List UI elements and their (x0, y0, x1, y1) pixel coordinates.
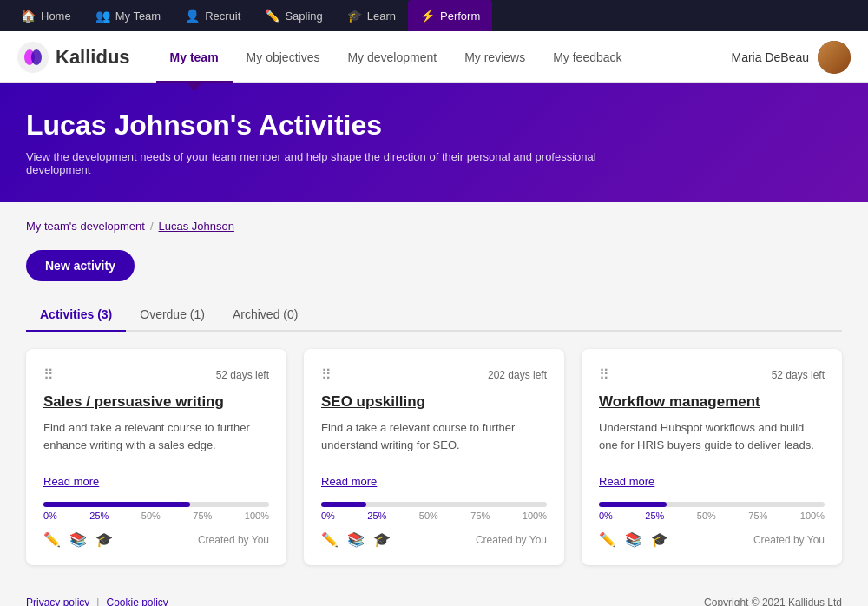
activity-card-1: ⠿ 52 days left Sales / persuasive writin… (26, 349, 286, 565)
days-left-3: 52 days left (772, 369, 825, 381)
breadcrumb-current[interactable]: Lucas Johnson (159, 220, 234, 233)
nav-recruit[interactable]: 👤 Recruit (173, 0, 253, 31)
kallidus-logo (17, 42, 49, 73)
edit-icon-3[interactable]: ✏️ (599, 531, 616, 548)
created-by-2: Created by You (476, 534, 547, 546)
edit-icon-2[interactable]: ✏️ (321, 531, 339, 548)
sapling-icon: ✏️ (265, 9, 279, 23)
learn-icon: 🎓 (347, 9, 362, 23)
nav-link-myobjectives[interactable]: My objectives (233, 31, 334, 83)
progress-track-2 (321, 502, 547, 507)
nav-home[interactable]: 🏠 Home (9, 0, 83, 31)
svg-point-2 (31, 49, 42, 65)
graduation-icon-1[interactable]: 🎓 (95, 531, 113, 548)
progress-fill-3 (599, 502, 667, 507)
new-activity-button[interactable]: New activity (26, 250, 135, 281)
card-header-1: ⠿ 52 days left (43, 366, 269, 383)
activity-card-2: ⠿ 202 days left SEO upskilling Find a ta… (304, 349, 564, 565)
created-by-3: Created by You (753, 534, 825, 546)
cookie-link[interactable]: Cookie policy (106, 596, 168, 606)
stack-icon-3[interactable]: 📚 (625, 531, 642, 548)
hero-subtitle: View the development needs of your team … (26, 150, 634, 176)
team-icon: 👥 (95, 9, 110, 23)
logo-text: Kallidus (56, 46, 130, 69)
nav-myteam[interactable]: 👥 My Team (83, 0, 174, 31)
card-header-2: ⠿ 202 days left (321, 366, 547, 383)
card-icons-1: ✏️ 📚 🎓 (43, 531, 113, 548)
nav-sapling[interactable]: ✏️ Sapling (253, 0, 334, 31)
top-navigation: 🏠 Home 👥 My Team 👤 Recruit ✏️ Sapling 🎓 … (0, 0, 868, 31)
nav-perform[interactable]: ⚡ Perform (408, 0, 492, 31)
card-desc-2: Find a take a relevant course to further… (321, 419, 547, 464)
days-left-1: 52 days left (216, 369, 269, 381)
tab-activities[interactable]: Activities (3) (26, 299, 126, 332)
progress-container-3: 0% 25% 50% 75% 100% (599, 502, 825, 521)
nav-link-myfeedback[interactable]: My feedback (539, 31, 635, 83)
nav-link-myteam[interactable]: My team (156, 31, 233, 83)
privacy-link[interactable]: Privacy policy (26, 596, 89, 606)
card-footer-1: ✏️ 📚 🎓 Created by You (43, 531, 269, 548)
progress-container-2: 0% 25% 50% 75% 100% (321, 502, 547, 521)
nav-link-myreviews[interactable]: My reviews (450, 31, 539, 83)
drag-handle-2[interactable]: ⠿ (321, 366, 332, 383)
cards-grid: ⠿ 52 days left Sales / persuasive writin… (26, 349, 842, 565)
avatar[interactable] (818, 41, 851, 74)
main-content: My team's development / Lucas Johnson Ne… (0, 202, 868, 583)
stack-icon-1[interactable]: 📚 (69, 531, 87, 548)
logo-area: Kallidus (17, 42, 130, 73)
secondary-nav-links: My team My objectives My development My … (156, 31, 732, 83)
card-title-3[interactable]: Workflow management (599, 393, 825, 411)
drag-handle-1[interactable]: ⠿ (43, 366, 54, 383)
breadcrumb-separator: / (150, 220, 154, 233)
stack-icon-2[interactable]: 📚 (347, 531, 365, 548)
card-footer-2: ✏️ 📚 🎓 Created by You (321, 531, 547, 548)
tab-archived[interactable]: Archived (0) (219, 299, 312, 332)
activity-tabs: Activities (3) Overdue (1) Archived (0) (26, 299, 842, 332)
edit-icon-1[interactable]: ✏️ (43, 531, 61, 548)
footer-links: Privacy policy | Cookie policy (26, 596, 168, 606)
progress-fill-1 (43, 502, 190, 507)
user-area: Maria DeBeau (732, 41, 852, 74)
read-more-2[interactable]: Read more (321, 475, 377, 488)
perform-icon: ⚡ (420, 9, 435, 23)
card-footer-3: ✏️ 📚 🎓 Created by You (599, 531, 825, 548)
breadcrumb-parent[interactable]: My team's development (26, 220, 145, 233)
read-more-1[interactable]: Read more (43, 475, 99, 488)
progress-labels-3: 0% 25% 50% 75% 100% (599, 510, 825, 521)
secondary-navigation: Kallidus My team My objectives My develo… (0, 31, 868, 83)
card-icons-3: ✏️ 📚 🎓 (599, 531, 668, 548)
progress-fill-2 (321, 502, 366, 507)
footer-separator: | (96, 596, 99, 606)
breadcrumb: My team's development / Lucas Johnson (26, 220, 842, 233)
card-icons-2: ✏️ 📚 🎓 (321, 531, 391, 548)
card-header-3: ⠿ 52 days left (599, 366, 825, 383)
home-icon: 🏠 (21, 9, 36, 23)
card-desc-1: Find and take a relevant course to furth… (43, 419, 269, 464)
graduation-icon-3[interactable]: 🎓 (651, 531, 668, 548)
graduation-icon-2[interactable]: 🎓 (373, 531, 391, 548)
nav-link-mydevelopment[interactable]: My development (333, 31, 450, 83)
card-title-2[interactable]: SEO upskilling (321, 393, 547, 411)
drag-handle-3[interactable]: ⠿ (599, 366, 609, 383)
days-left-2: 202 days left (488, 369, 547, 381)
activity-card-3: ⠿ 52 days left Workflow management Under… (582, 349, 842, 565)
created-by-1: Created by You (198, 534, 269, 546)
copyright-text: Copyright © 2021 Kallidus Ltd (704, 596, 842, 606)
progress-labels-1: 0% 25% 50% 75% 100% (43, 510, 269, 521)
progress-labels-2: 0% 25% 50% 75% 100% (321, 510, 547, 521)
recruit-icon: 👤 (185, 9, 200, 23)
tab-overdue[interactable]: Overdue (1) (126, 299, 219, 332)
progress-track-3 (599, 502, 825, 507)
hero-banner: Lucas Johnson's Activities View the deve… (0, 83, 868, 202)
user-name: Maria DeBeau (732, 50, 810, 64)
card-title-1[interactable]: Sales / persuasive writing (43, 393, 269, 411)
progress-track-1 (43, 502, 269, 507)
hero-title: Lucas Johnson's Activities (26, 109, 842, 142)
nav-learn[interactable]: 🎓 Learn (335, 0, 408, 31)
progress-container-1: 0% 25% 50% 75% 100% (43, 502, 269, 521)
read-more-3[interactable]: Read more (599, 475, 654, 488)
card-desc-3: Understand Hubspot workflows and build o… (599, 419, 825, 464)
avatar-image (818, 41, 851, 74)
page-footer: Privacy policy | Cookie policy Copyright… (0, 583, 868, 606)
